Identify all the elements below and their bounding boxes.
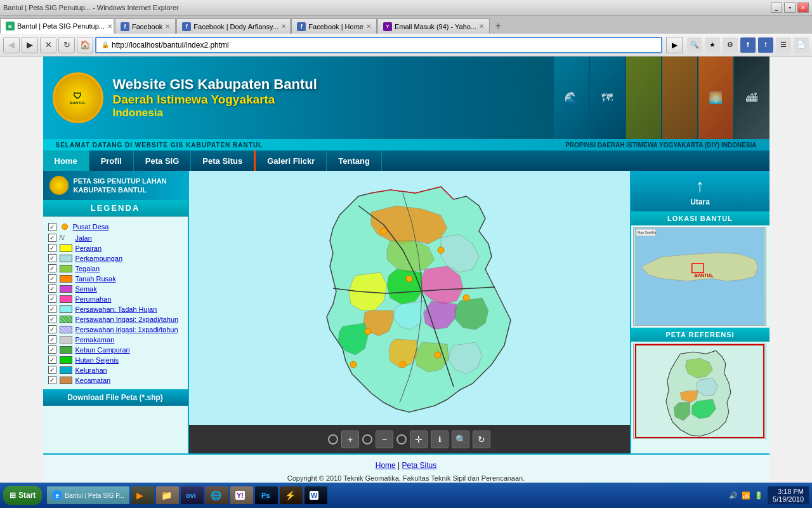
tab-close-yahoo[interactable]: ✕: [479, 23, 484, 30]
tab-bantul[interactable]: B Bantul | Peta SIG Penutup... ✕: [0, 18, 114, 34]
taskbar-item-ps[interactable]: Ps: [255, 486, 278, 504]
taskbar-item-word[interactable]: W: [304, 486, 327, 504]
tab-close-bantul[interactable]: ✕: [107, 23, 112, 30]
nav-galeri[interactable]: Galeri Flickr: [256, 150, 327, 171]
map-container[interactable]: [189, 171, 630, 425]
taskbar-item-ie[interactable]: e Bantul | Peta SIG P...: [47, 486, 129, 504]
tool-pan[interactable]: ✛: [410, 431, 428, 448]
tab-facebook3[interactable]: f Facebook | Home ✕: [291, 18, 377, 34]
legend-checkbox-semak[interactable]: [48, 284, 56, 293]
legend-label-irigasi-2x[interactable]: Persawahan Irigasi: 2xpadi/tahun: [75, 316, 179, 323]
legend-checkbox-hutan[interactable]: [48, 356, 56, 364]
legend-checkbox-perkampungan[interactable]: [48, 254, 56, 262]
map-control-text: Map Satellite: [638, 231, 657, 234]
chrome-icon: 🌐: [211, 490, 221, 500]
legend-label-semak[interactable]: Semak: [75, 285, 97, 293]
map-dot-5: [365, 328, 371, 335]
tab-close-fb2[interactable]: ✕: [281, 23, 286, 30]
tab-close-fb3[interactable]: ✕: [366, 23, 371, 30]
footer-link-home[interactable]: Home: [376, 461, 396, 470]
taskbar-item-flash[interactable]: ⚡: [280, 486, 303, 504]
page-icon[interactable]: 📄: [794, 37, 809, 53]
legend-label-perumahan[interactable]: Perumahan: [75, 295, 112, 303]
legend-label-tanah-rusak[interactable]: Tanah Rusak: [75, 275, 116, 283]
legend-label-hutan[interactable]: Hutan Sejenis: [75, 356, 119, 364]
legend-label-perairan[interactable]: Perairan: [75, 244, 102, 252]
tab-close-fb1[interactable]: ✕: [165, 23, 170, 30]
legend-label-perkampungan[interactable]: Perkampungan: [75, 255, 123, 262]
list-item: Perkampungan: [48, 254, 183, 262]
legend-checkbox-tegalan[interactable]: [48, 264, 56, 272]
list-item: Pusat Desa: [48, 222, 183, 232]
legend-label-kecamatan[interactable]: Kecamatan: [75, 377, 111, 384]
address-input[interactable]: [112, 41, 656, 50]
home-button[interactable]: 🏠: [77, 37, 93, 53]
legend-checkbox-kelurahan[interactable]: [48, 366, 56, 374]
favorites-icon[interactable]: ★: [705, 37, 720, 53]
legend-label-kebun[interactable]: Kebun Campuran: [75, 346, 130, 354]
tab-facebook1[interactable]: f Facebook ✕: [115, 18, 176, 34]
legend-label-pemakaman[interactable]: Pemakaman: [75, 336, 115, 344]
legend-checkbox-kebun[interactable]: [48, 345, 56, 354]
start-button[interactable]: ⊞ Start: [3, 486, 42, 505]
tool-refresh-map[interactable]: ↻: [473, 431, 490, 448]
refresh-button[interactable]: ↻: [58, 37, 75, 53]
legend-checkbox-tanah-rusak[interactable]: [48, 274, 56, 283]
restore-button[interactable]: ▪: [784, 3, 796, 13]
map-region-5: [387, 269, 422, 304]
legend-checkbox-perairan[interactable]: [48, 244, 56, 252]
taskbar-item-yahoo-tray[interactable]: Y!: [230, 486, 253, 504]
tab-facebook2[interactable]: f Facebook | Dody Arfiansy... ✕: [176, 18, 291, 34]
taskbar-item-explorer[interactable]: 📁: [156, 486, 179, 504]
go-button[interactable]: ▶: [666, 37, 683, 53]
menu-icon[interactable]: ☰: [776, 37, 791, 53]
legend-checkbox-kecamatan[interactable]: [48, 376, 56, 384]
new-tab-button[interactable]: +: [490, 18, 506, 34]
forward-button[interactable]: ▶: [22, 37, 38, 53]
legend-checkbox-irigasi-1x[interactable]: [48, 325, 56, 333]
taskbar-item-ovi[interactable]: ovi: [181, 486, 204, 504]
footer-link-peta-situs[interactable]: Peta Situs: [402, 461, 437, 470]
download-button[interactable]: Download File Peta (*.shp): [43, 389, 188, 406]
fb2-icon[interactable]: f: [758, 37, 773, 53]
tabs-bar: B Bantul | Peta SIG Penutup... ✕ f Faceb…: [0, 16, 812, 34]
legend-label-pusat-desa[interactable]: Pusat Desa: [73, 223, 109, 231]
welcome-bar: SELAMAT DATANG DI WEBSITE GIS KABUPATEN …: [43, 139, 769, 150]
legend-label-irigasi-1x[interactable]: Persawahan irigasi: 1xpadi/tahun: [75, 326, 178, 333]
legend-label-kelurahan[interactable]: Kelurahan: [75, 366, 107, 374]
stop-button[interactable]: ✕: [40, 37, 56, 53]
nav-home[interactable]: Home: [43, 150, 89, 171]
legend-label-jalan[interactable]: Jalan: [75, 234, 92, 242]
nav-tentang[interactable]: Tentang: [327, 150, 382, 171]
tool-search-map[interactable]: 🔍: [452, 431, 469, 448]
tool-info[interactable]: ℹ: [431, 431, 449, 448]
legend-checkbox-perumahan[interactable]: [48, 295, 56, 303]
legend-label-tegalan[interactable]: Tegalan: [75, 265, 100, 272]
taskbar-item-media[interactable]: ▶: [131, 486, 154, 504]
logo-inner: 🛡 BANTUL: [70, 91, 86, 105]
search-icon[interactable]: 🔍: [687, 37, 702, 53]
facebook-icon[interactable]: f: [740, 37, 756, 53]
nav-profil[interactable]: Profil: [89, 150, 134, 171]
back-button[interactable]: ◀: [3, 37, 20, 53]
map-dot-2: [438, 247, 444, 253]
system-clock: 3:18 PM 5/19/2010: [768, 486, 809, 504]
taskbar-item-chrome[interactable]: 🌐: [206, 486, 228, 504]
compass-section: ↑ Utara: [631, 171, 769, 211]
legend-color-perairan: [60, 244, 72, 252]
tool-zoom-in[interactable]: +: [341, 431, 359, 448]
nav-peta-sig[interactable]: Peta SIG: [134, 150, 191, 171]
tool-zoom-out[interactable]: −: [376, 431, 393, 448]
legend-checkbox-jalan[interactable]: [48, 234, 56, 242]
legend-checkbox-pusat-desa[interactable]: [48, 223, 56, 231]
legend-color-persawahan-tadah: [60, 305, 72, 313]
legend-checkbox-pemakaman[interactable]: [48, 335, 56, 344]
tools-icon[interactable]: ⚙: [723, 37, 738, 53]
legend-label-persawahan-tadah[interactable]: Persawahan: Tadah Hujan: [75, 305, 157, 313]
tab-yahoo[interactable]: Y Email Masuk (94) - Yaho... ✕: [377, 18, 490, 34]
close-button[interactable]: ✕: [797, 3, 809, 13]
minimize-button[interactable]: _: [771, 3, 782, 13]
legend-checkbox-persawahan-tadah[interactable]: [48, 305, 56, 313]
nav-peta-situs[interactable]: Peta Situs: [191, 150, 256, 171]
legend-checkbox-irigasi-2x[interactable]: [48, 315, 56, 323]
